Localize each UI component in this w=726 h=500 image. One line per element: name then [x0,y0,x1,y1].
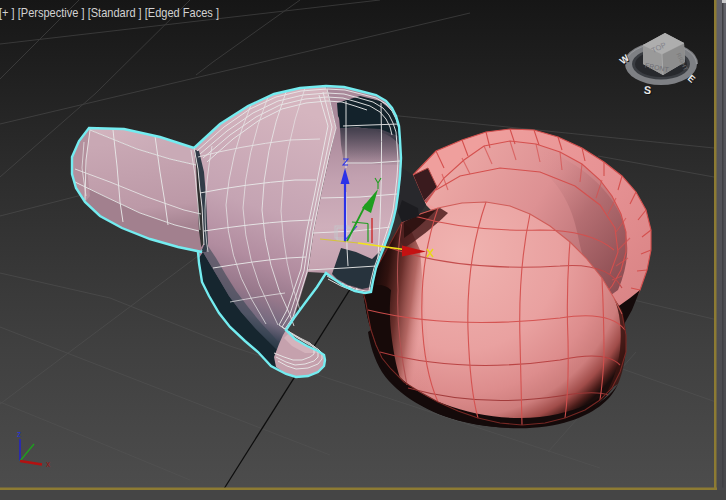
svg-text:S: S [643,84,652,97]
svg-text:[+ ] [Perspective ] [Standard: [+ ] [Perspective ] [Standard ] [Edged F… [0,5,219,20]
svg-text:z: z [17,429,21,439]
